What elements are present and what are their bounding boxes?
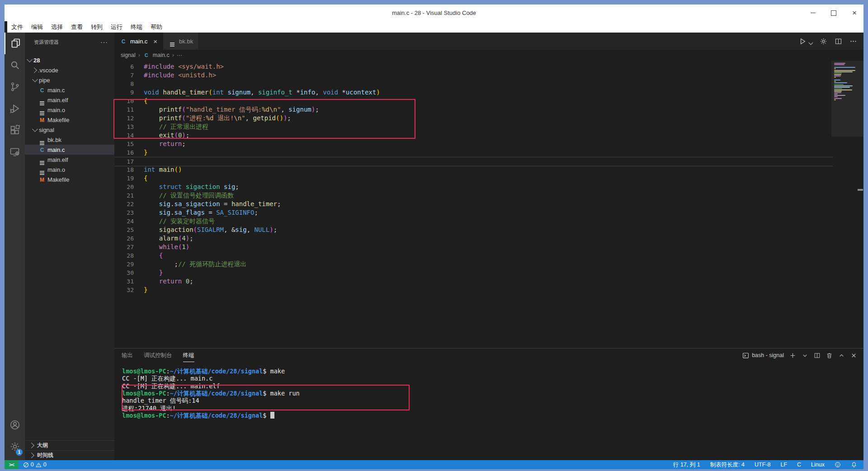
code-line-22[interactable]: 22 sig.sa_sigaction = handle_timer; xyxy=(114,200,833,208)
panel-tab-终端[interactable]: 终端 xyxy=(183,349,194,362)
tree-item-main.elf[interactable]: main.elf xyxy=(25,155,114,165)
minimize-button[interactable] xyxy=(808,9,817,18)
tree-item-.vscode[interactable]: .vscode xyxy=(25,65,114,75)
new-terminal-icon[interactable] xyxy=(789,352,796,359)
tree-item-Makefile[interactable]: MMakefile xyxy=(25,115,114,125)
activity-remote-explorer[interactable] xyxy=(5,141,25,163)
code-line-20[interactable]: 20 struct sigaction sig; xyxy=(114,183,833,191)
menu-item-终端[interactable]: 终端 xyxy=(127,23,146,31)
code-line-26[interactable]: 26 alarm(4); xyxy=(114,234,833,243)
code-line-10[interactable]: 10{ xyxy=(114,97,833,105)
tree-item-signal[interactable]: signal xyxy=(25,125,114,135)
panel-tab-调试控制台[interactable]: 调试控制台 xyxy=(144,349,172,362)
tree-item-main.elf[interactable]: main.elf xyxy=(25,95,114,105)
editor-tab-main.c[interactable]: Cmain.c× xyxy=(114,33,163,50)
close-panel-icon[interactable] xyxy=(850,352,857,359)
code-line-6[interactable]: 6#include <sys/wait.h> xyxy=(114,62,833,71)
sidebar-section-时间线[interactable]: 时间线 xyxy=(25,450,114,460)
code-line-7[interactable]: 7#include <unistd.h> xyxy=(114,71,833,80)
code-line-16[interactable]: 16} xyxy=(114,148,833,157)
editor-tab-bk.bk[interactable]: bk.bk xyxy=(163,33,199,50)
dropdown-icon[interactable] xyxy=(802,352,808,359)
breadcrumb[interactable]: signal›Cmain.c›··· xyxy=(114,50,863,61)
line-number[interactable]: 8 xyxy=(114,80,134,88)
code-line-31[interactable]: 31 return 0; xyxy=(114,277,833,286)
menu-item-帮助[interactable]: 帮助 xyxy=(146,23,166,31)
line-number[interactable]: 18 xyxy=(114,165,134,174)
language-mode[interactable]: C xyxy=(797,462,801,468)
close-button[interactable]: × xyxy=(850,9,859,18)
line-number[interactable]: 26 xyxy=(114,234,134,243)
more-actions-icon[interactable]: ··· xyxy=(100,38,108,46)
line-number[interactable]: 25 xyxy=(114,226,134,234)
code-line-12[interactable]: 12 printf("进程:%d 退出!\n", getpid()); xyxy=(114,114,833,122)
menu-item-文件[interactable]: 文件 xyxy=(7,23,27,31)
code-line-30[interactable]: 30 } xyxy=(114,268,833,277)
eol[interactable]: LF xyxy=(780,462,787,468)
terminal-selector[interactable]: bash - signal xyxy=(742,352,784,359)
tree-item-28[interactable]: 28 xyxy=(25,55,114,65)
editor-scrollbar[interactable] xyxy=(857,61,863,348)
menu-item-编辑[interactable]: 编辑 xyxy=(27,23,47,31)
settings-gear-icon[interactable] xyxy=(820,38,827,45)
more-icon[interactable] xyxy=(849,38,857,45)
line-number[interactable]: 29 xyxy=(114,260,134,268)
line-number[interactable]: 28 xyxy=(114,251,134,260)
menu-item-查看[interactable]: 查看 xyxy=(67,23,87,31)
line-number[interactable]: 11 xyxy=(114,105,134,114)
code-line-21[interactable]: 21 // 设置信号处理回调函数 xyxy=(114,191,833,200)
line-number[interactable]: 17 xyxy=(114,157,134,166)
code-line-28[interactable]: 28 { xyxy=(114,251,833,260)
line-number[interactable]: 14 xyxy=(114,131,134,140)
breadcrumb-item[interactable]: ··· xyxy=(177,52,183,58)
line-number[interactable]: 9 xyxy=(114,88,134,97)
activity-source-control[interactable] xyxy=(5,76,25,98)
line-number[interactable]: 13 xyxy=(114,122,134,131)
activity-run-debug[interactable] xyxy=(5,98,25,119)
bell-icon[interactable] xyxy=(851,462,857,468)
breadcrumb-item[interactable]: main.c xyxy=(153,52,170,58)
problems-status[interactable]: 00 xyxy=(19,462,47,468)
remote-indicator[interactable]: >< xyxy=(5,460,19,469)
line-number[interactable]: 22 xyxy=(114,200,134,208)
line-number[interactable]: 16 xyxy=(114,148,134,157)
tree-item-bk.bk[interactable]: bk.bk xyxy=(25,135,114,145)
code-line-23[interactable]: 23 sig.sa_flags = SA_SIGINFO; xyxy=(114,208,833,217)
code-line-24[interactable]: 24 // 安装定时器信号 xyxy=(114,217,833,226)
line-number[interactable]: 20 xyxy=(114,183,134,191)
remote-os[interactable]: Linux xyxy=(811,462,825,468)
code-line-13[interactable]: 13 // 正常退出进程 xyxy=(114,122,833,131)
code-editor[interactable]: 6#include <sys/wait.h>7#include <unistd.… xyxy=(114,61,863,332)
code-line-11[interactable]: 11 printf("handle_timer 信号码:%d\n", signu… xyxy=(114,105,833,114)
line-number[interactable]: 32 xyxy=(114,286,134,294)
maximize-button[interactable] xyxy=(829,9,838,18)
menu-item-选择[interactable]: 选择 xyxy=(47,23,67,31)
minimap[interactable] xyxy=(833,62,856,125)
tree-item-main.o[interactable]: main.o xyxy=(25,165,114,174)
encoding[interactable]: UTF-8 xyxy=(755,462,770,468)
trash-icon[interactable] xyxy=(826,352,833,359)
chevron-up-icon[interactable] xyxy=(838,352,845,359)
line-number[interactable]: 6 xyxy=(114,62,134,71)
line-number[interactable]: 19 xyxy=(114,174,134,183)
split-terminal-icon[interactable] xyxy=(814,352,821,359)
line-number[interactable]: 31 xyxy=(114,277,134,286)
code-line-25[interactable]: 25 sigaction(SIGALRM, &sig, NULL); xyxy=(114,226,833,234)
line-number[interactable]: 23 xyxy=(114,208,134,217)
tree-item-main.o[interactable]: main.o xyxy=(25,105,114,115)
feedback-icon[interactable] xyxy=(835,462,841,468)
code-line-14[interactable]: 14 exit(0); xyxy=(114,131,833,140)
code-line-17[interactable]: 17 xyxy=(114,157,833,166)
activity-search[interactable] xyxy=(5,54,25,76)
code-line-9[interactable]: 9void handle_timer(int signum, siginfo_t… xyxy=(114,88,833,97)
code-line-19[interactable]: 19{ xyxy=(114,174,833,183)
code-line-29[interactable]: 29 ;// 死循环防止进程退出 xyxy=(114,260,833,268)
menu-item-运行[interactable]: 运行 xyxy=(107,23,127,31)
line-number[interactable]: 15 xyxy=(114,140,134,148)
line-number[interactable]: 12 xyxy=(114,114,134,122)
run-icon[interactable] xyxy=(799,38,807,45)
panel-tab-输出[interactable]: 输出 xyxy=(122,349,133,362)
breadcrumb-item[interactable]: signal xyxy=(121,52,136,58)
code-line-18[interactable]: 18int main() xyxy=(114,165,833,174)
split-editor-icon[interactable] xyxy=(835,38,842,45)
